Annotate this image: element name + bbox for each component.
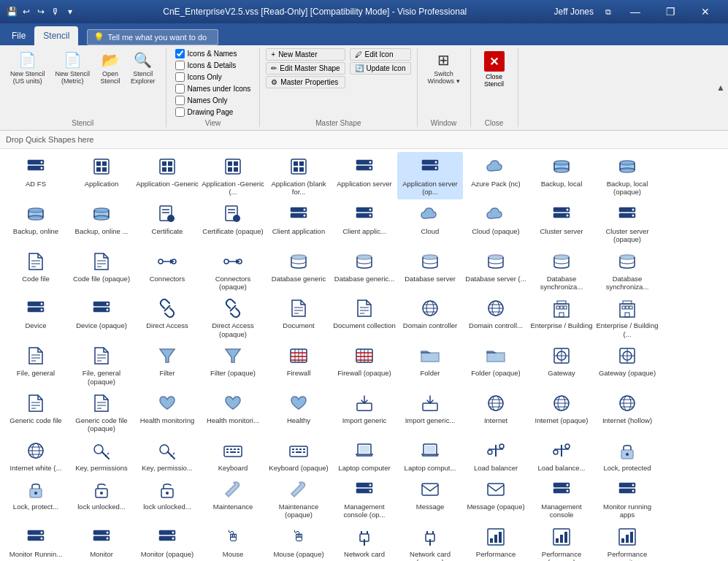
shape-item-direct-access-op[interactable]: Direct Access (opaque) <box>200 294 266 341</box>
icons-only-checkbox[interactable] <box>175 72 185 82</box>
shape-item-certificate-op[interactable]: Certificate (opaque) <box>200 199 266 247</box>
shape-item-performance-monitor[interactable]: Performance monitor <box>594 522 660 561</box>
shape-item-internet-hollow[interactable]: Internet (hollow) <box>594 389 660 436</box>
shape-item-key-permissions[interactable]: Key, permissions <box>69 436 134 475</box>
shape-item-performance[interactable]: Performance <box>463 522 529 561</box>
shape-item-internet[interactable]: Internet <box>463 389 529 436</box>
shape-item-mgmt-console[interactable]: Management console <box>529 475 594 522</box>
names-only-checkbox[interactable] <box>175 96 185 105</box>
user-name[interactable]: Jeff Jones <box>554 7 594 17</box>
icons-only-option[interactable]: Icons Only <box>172 72 225 83</box>
shape-item-lock-unlocked-op[interactable]: lock unlocked... <box>134 475 200 522</box>
shape-item-generic-code-file-op[interactable]: Generic code file (opaque) <box>69 389 134 436</box>
shape-item-document-op[interactable]: Document collection <box>332 294 397 341</box>
shape-item-client-application[interactable]: Client application <box>266 199 332 247</box>
shape-item-health-monitoring[interactable]: Health monitoring <box>134 389 200 436</box>
master-properties-btn[interactable]: ⚙ Master Properties <box>266 76 345 88</box>
icons-details-checkbox[interactable] <box>175 61 185 70</box>
shape-item-cloud-op[interactable]: Cloud (opaque) <box>463 199 529 247</box>
new-master-btn[interactable]: + New Master <box>266 48 345 61</box>
tab-file[interactable]: File <box>3 26 34 45</box>
redo-icon[interactable]: ↪ <box>35 6 47 18</box>
shape-item-database-sync[interactable]: Database synchroniza... <box>529 247 594 294</box>
drawing-page-checkbox[interactable] <box>175 107 185 117</box>
shape-item-device[interactable]: Device <box>3 294 69 341</box>
undo-icon[interactable]: ↩ <box>20 6 32 18</box>
shape-item-folder-op[interactable]: Folder (opaque) <box>463 341 529 389</box>
shape-item-direct-access[interactable]: Direct Access <box>134 294 200 341</box>
shape-item-maintenance[interactable]: Maintenance <box>200 475 266 522</box>
shape-item-keyboard[interactable]: Keyboard <box>200 436 266 475</box>
update-icon-btn[interactable]: 🔄 Update Icon <box>350 62 411 75</box>
shape-item-health-monit-op[interactable]: Health monitori... <box>200 389 266 436</box>
shape-item-connectors-op[interactable]: Connectors (opaque) <box>200 247 266 294</box>
shape-item-mouse-op[interactable]: 🖱Mouse (opaque) <box>266 522 332 561</box>
shape-item-generic-code-file[interactable]: Generic code file <box>3 389 69 436</box>
open-stencil-btn[interactable]: 📂 OpenStencil <box>96 48 125 88</box>
shape-item-firewall[interactable]: Firewall <box>266 341 332 389</box>
shape-item-database-generic-op[interactable]: Database generic... <box>332 247 397 294</box>
shape-item-internet-white[interactable]: Internet white (... <box>3 436 69 475</box>
shape-item-connectors[interactable]: Connectors <box>134 247 200 294</box>
close-stencil-btn[interactable]: ✕ CloseStencil <box>477 48 512 91</box>
shape-item-domain-controller-op[interactable]: Domain controll... <box>463 294 529 341</box>
close-btn[interactable]: ✕ <box>689 0 722 23</box>
shape-item-network-card-op[interactable]: Network card (opaque) <box>397 522 463 561</box>
shape-item-maintenance-op[interactable]: Maintenance (opaque) <box>266 475 332 522</box>
shape-item-code-file[interactable]: Code file <box>3 247 69 294</box>
shape-item-lock-protected[interactable]: Lock, protected <box>594 436 660 475</box>
shape-item-monitor-running[interactable]: Monitor running apps <box>594 475 660 522</box>
shape-item-laptop-computer[interactable]: Laptop computer <box>332 436 397 475</box>
qat-dropdown[interactable]: ▾ <box>64 6 76 18</box>
shape-item-azure-pack-nc[interactable]: Azure Pack (nc) <box>463 152 529 199</box>
tell-me-input[interactable]: 💡 Tell me what you want to do <box>87 29 218 45</box>
ribbon-collapse-btn[interactable]: ▲ <box>716 83 725 93</box>
shape-item-key-permiss-op[interactable]: Key, permissio... <box>134 436 200 475</box>
shape-item-message[interactable]: Message <box>397 475 463 522</box>
shape-item-network-card[interactable]: Network card <box>332 522 397 561</box>
edit-master-shape-btn[interactable]: ✏ Edit Master Shape <box>266 62 345 75</box>
shape-item-management-console[interactable]: Management console (op... <box>332 475 397 522</box>
shape-item-application-blank[interactable]: Application (blank for... <box>266 152 332 199</box>
shape-item-backup-local-op[interactable]: Backup, local (opaque) <box>594 152 660 199</box>
shape-item-internet-op[interactable]: Internet (opaque) <box>529 389 594 436</box>
shape-item-application-generic-op[interactable]: Application -Generic (... <box>200 152 266 199</box>
shape-item-file-general[interactable]: File, general <box>3 341 69 389</box>
shape-item-performance-op[interactable]: Performance (opaque) <box>529 522 594 561</box>
account-btn[interactable]: ⧉ <box>599 0 617 23</box>
shape-item-enterprise-building[interactable]: Enterprise / Building <box>529 294 594 341</box>
shape-item-application[interactable]: Application <box>69 152 134 199</box>
switch-windows-btn[interactable]: ⊞ SwitchWindows ▾ <box>424 48 464 88</box>
shape-item-certificate[interactable]: Certificate <box>134 199 200 247</box>
shape-item-gateway[interactable]: Gateway <box>529 341 594 389</box>
shape-item-gateway-op[interactable]: Gateway (opaque) <box>594 341 660 389</box>
edit-icon-btn[interactable]: 🖊 Edit Icon <box>350 48 411 61</box>
shape-item-backup-online-op[interactable]: Backup, online ... <box>69 199 134 247</box>
maximize-btn[interactable]: ❐ <box>654 0 687 23</box>
minimize-btn[interactable]: — <box>618 0 652 23</box>
icons-names-checkbox[interactable] <box>175 49 185 58</box>
shape-item-firewall-op[interactable]: Firewall (opaque) <box>332 341 397 389</box>
shape-item-lock-unlocked[interactable]: lock unlocked... <box>69 475 134 522</box>
shape-item-code-file-op[interactable]: Code file (opaque) <box>69 247 134 294</box>
shape-item-monitor-op[interactable]: Monitor (opaque) <box>134 522 200 561</box>
shape-item-application-server[interactable]: Application server <box>332 152 397 199</box>
names-under-checkbox[interactable] <box>175 84 185 94</box>
tab-stencil[interactable]: Stencil <box>34 26 78 45</box>
shape-item-cluster-server[interactable]: Cluster server <box>529 199 594 247</box>
quick-access-toolbar[interactable]: 💾 ↩ ↪ 🎙 ▾ <box>6 6 76 18</box>
shape-item-ad-fs[interactable]: AD FS <box>3 152 69 199</box>
shape-item-message-op[interactable]: Message (opaque) <box>463 475 529 522</box>
shape-item-device-op[interactable]: Device (opaque) <box>69 294 134 341</box>
shape-item-monitor[interactable]: Monitor <box>69 522 134 561</box>
shape-item-database-generic[interactable]: Database generic <box>266 247 332 294</box>
shape-item-application-server-op[interactable]: Application server (op... <box>397 152 463 199</box>
shape-item-cloud[interactable]: Cloud <box>397 199 463 247</box>
drawing-page-option[interactable]: Drawing Page <box>172 107 237 118</box>
shape-item-healthy[interactable]: Healthy <box>266 389 332 436</box>
save-icon[interactable]: 💾 <box>6 6 18 18</box>
shape-item-lock-protect-op[interactable]: Lock, protect... <box>3 475 69 522</box>
shape-item-mouse[interactable]: 🖱Mouse <box>200 522 266 561</box>
names-under-icons-option[interactable]: Names under Icons <box>172 83 254 94</box>
shape-item-load-balanc-op[interactable]: Load balance... <box>529 436 594 475</box>
